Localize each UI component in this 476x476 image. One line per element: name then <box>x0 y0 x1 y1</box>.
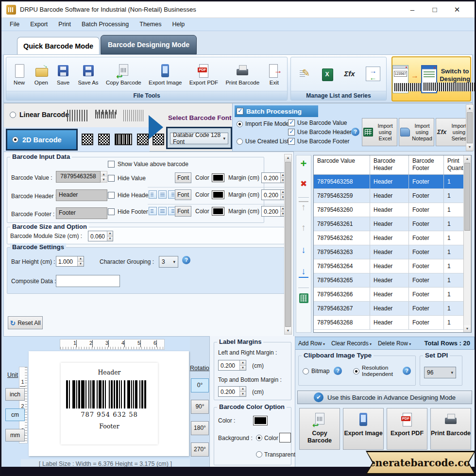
import-file-mode-radio[interactable] <box>237 121 243 127</box>
settings-scrollbar[interactable]: ▲▼ <box>284 154 292 335</box>
save-as-button[interactable]: Save As <box>77 63 99 86</box>
resolution-help-icon[interactable]: ? <box>403 367 411 375</box>
export-image-action-button[interactable]: Export Image <box>343 408 384 450</box>
batch-processing-toggle[interactable]: Batch Processing <box>235 105 318 117</box>
import-using-notepad-button[interactable]: Import using Notepad <box>399 118 434 146</box>
series-formula-button[interactable] <box>342 67 358 83</box>
linear-sample-3-icon[interactable] <box>123 110 145 121</box>
barcode-value-spinner[interactable]: ▲▼ <box>101 171 107 183</box>
qr-sample-icon[interactable] <box>82 134 93 145</box>
twod-barcode-radio[interactable] <box>12 136 18 143</box>
move-down-icon[interactable]: ↓ <box>296 245 311 255</box>
save-button[interactable]: Save <box>55 63 71 86</box>
twod-barcode-radio-selected[interactable]: 2D Barcode <box>6 129 78 151</box>
type-row-scrollbar[interactable]: ▲▼ <box>466 104 474 151</box>
hide-footer-checkbox[interactable] <box>108 208 115 215</box>
reset-all-button[interactable]: ↻ Reset All <box>8 316 43 329</box>
add-row-menu[interactable]: Add Row ▾ <box>298 340 325 347</box>
rotation-button-90[interactable]: 90° <box>191 400 209 414</box>
use-barcode-value-checkbox[interactable] <box>288 119 295 126</box>
character-grouping-dropdown[interactable]: 3▾ <box>159 256 178 268</box>
tab-quick-barcode-mode[interactable]: Quick Barcode Mode <box>17 37 100 55</box>
footer-color-swatch[interactable] <box>212 207 224 216</box>
excel-import-button[interactable] <box>319 67 336 83</box>
delete-row-icon[interactable]: ✖ <box>296 179 311 189</box>
unit-button-cm[interactable]: cm <box>5 408 25 421</box>
background-color-swatch[interactable] <box>279 433 291 442</box>
barcode-header-input[interactable]: Header <box>56 189 107 201</box>
grid-scrollbar[interactable]: ▲▼ <box>463 155 471 332</box>
footer-font-button[interactable]: Font <box>175 206 191 217</box>
menu-item-themes[interactable]: Themes <box>134 19 167 30</box>
footer-align-left-button[interactable] <box>149 207 157 215</box>
bitmap-help-icon[interactable]: ? <box>334 367 342 375</box>
print-barcode-button[interactable]: Print Barcode <box>224 63 260 86</box>
rotation-button-270[interactable]: 270° <box>191 442 209 457</box>
table-row[interactable]: 78795463260HeaderFooter1 <box>314 203 471 217</box>
background-color-radio[interactable] <box>256 435 262 441</box>
linear-sample-1-icon[interactable] <box>67 110 88 121</box>
composite-data-input[interactable] <box>56 275 120 287</box>
use-created-list-radio[interactable] <box>237 138 243 145</box>
datamatrix-sample-icon[interactable] <box>98 134 110 145</box>
rotation-button-0[interactable]: 0° <box>191 378 209 392</box>
close-icon[interactable]: ✕ <box>452 5 462 14</box>
use-barcode-footer-checkbox[interactable] <box>288 138 295 145</box>
export-pdf-button[interactable]: Export PDF <box>188 63 219 86</box>
minimize-icon[interactable]: – <box>408 5 417 14</box>
table-row[interactable]: 78795463258HeaderFooter1 <box>314 175 471 189</box>
bar-height-spinner[interactable]: 1.000▲▼ <box>56 256 84 267</box>
header-color-swatch[interactable] <box>212 190 224 199</box>
copy-barcode-button[interactable]: Copy Barcode <box>105 63 142 86</box>
maximize-icon[interactable]: □ <box>430 5 440 14</box>
barcode-font-dropdown[interactable]: Databar Code 128 Font▾ <box>170 133 228 144</box>
lr-margin-spinner[interactable]: 0.200▲▼ <box>218 360 246 371</box>
table-row[interactable]: 78795463263HeaderFooter1 <box>314 245 471 259</box>
use-barcode-header-checkbox[interactable] <box>288 129 295 136</box>
resolution-independent-radio[interactable] <box>353 368 359 374</box>
table-row[interactable]: 78795463264HeaderFooter1 <box>314 259 471 273</box>
tb-margin-spinner[interactable]: 0.200▲▼ <box>218 386 246 397</box>
edit-list-button[interactable] <box>296 67 313 83</box>
table-row[interactable]: 78795463266HeaderFooter1 <box>314 288 471 302</box>
open-folder-button[interactable]: Open <box>33 63 50 86</box>
copy-barcode-action-button[interactable]: Copy Barcode <box>299 408 340 450</box>
tab-barcode-designing-mode[interactable]: Barcode Designing Mode <box>101 35 197 54</box>
dpi-dropdown[interactable]: 96▾ <box>424 367 456 378</box>
export-image-button[interactable]: Export Image <box>148 63 183 86</box>
move-bottom-icon[interactable]: ↓ <box>299 266 308 278</box>
value-font-button[interactable]: Font <box>175 172 191 183</box>
barcode-value-input[interactable]: 78795463258 <box>56 171 101 183</box>
value-color-swatch[interactable] <box>212 173 224 182</box>
import-using-excel-button[interactable]: Import using Excel <box>362 118 397 146</box>
menu-item-help[interactable]: Help <box>167 19 190 30</box>
switch-to-designing-mode-button[interactable]: 123567 →← Switch to Designing Mode <box>391 56 471 102</box>
clear-records-menu[interactable]: Clear Records ▾ <box>331 340 372 347</box>
export-pdf-action-button[interactable]: Export PDF <box>387 408 427 450</box>
header-align-center-button[interactable] <box>158 190 167 199</box>
menu-item-batch-processing[interactable]: Batch Processing <box>76 19 134 30</box>
background-transparent-radio[interactable] <box>256 451 262 458</box>
export-grid-excel-icon[interactable] <box>299 293 308 303</box>
barcode-color-swatch[interactable] <box>253 416 268 425</box>
table-row[interactable]: 78795463261HeaderFooter1 <box>314 217 471 231</box>
header-margin-spinner[interactable]: 0.200▲▼ <box>261 189 286 200</box>
table-row[interactable]: 78795463267HeaderFooter1 <box>314 302 471 316</box>
table-row[interactable]: 78795463268HeaderFooter1 <box>314 316 471 330</box>
menu-item-print[interactable]: Print <box>53 19 76 30</box>
hide-value-checkbox[interactable] <box>108 175 115 182</box>
footer-margin-spinner[interactable]: 0.200▲▼ <box>261 206 286 217</box>
exit-button[interactable]: Exit <box>266 63 282 86</box>
add-row-icon[interactable]: + <box>296 157 311 170</box>
aztec-sample-icon[interactable] <box>137 134 149 145</box>
delete-row-menu[interactable]: Delete Row ▾ <box>378 340 411 347</box>
unit-button-inch[interactable]: inch <box>5 388 25 401</box>
menu-item-export[interactable]: Export <box>25 19 53 30</box>
bitmap-radio[interactable] <box>303 368 309 374</box>
table-row[interactable]: 78795463262HeaderFooter1 <box>314 231 471 245</box>
footer-align-center-button[interactable] <box>158 207 167 215</box>
batch-processing-checkbox[interactable] <box>237 108 243 115</box>
rotation-button-180[interactable]: 180° <box>191 421 209 435</box>
module-size-spinner[interactable]: 0.060▲▼ <box>88 231 113 241</box>
menu-item-file[interactable]: File <box>4 19 25 30</box>
